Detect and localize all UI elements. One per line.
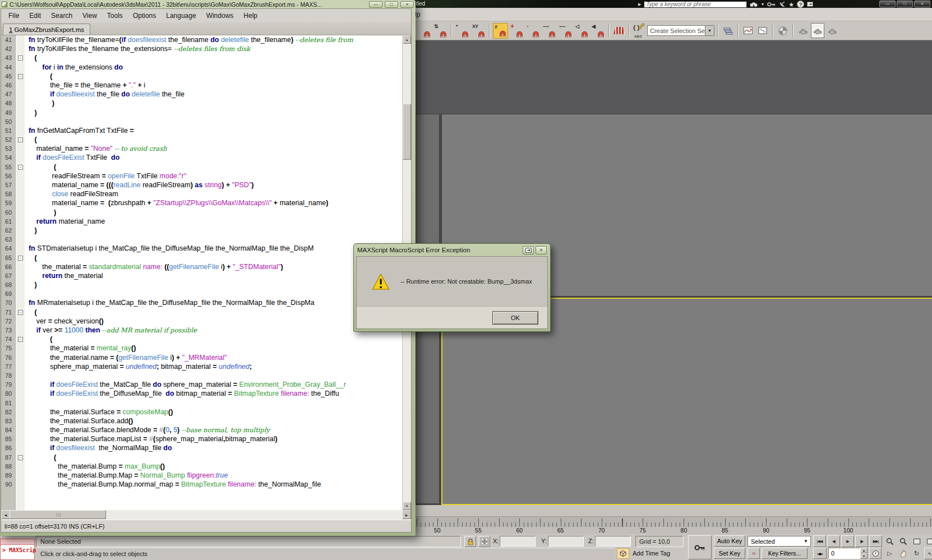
favorites-star-icon[interactable]: ★ (788, 2, 794, 7)
pivot-point-snap-button[interactable]: + (509, 23, 524, 39)
snaps-toggle-magnet-button[interactable] (417, 23, 432, 39)
set-keys-button[interactable] (688, 535, 712, 559)
set-key-button[interactable]: Set Key (714, 548, 745, 559)
tab-gomaxzbrushexport[interactable]: 1 GoMaxZbrushExport.ms (3, 24, 90, 35)
editor-menu-edit[interactable]: Edit (24, 12, 46, 20)
zoom-button[interactable] (884, 535, 896, 547)
ok-button[interactable]: OK (492, 311, 538, 325)
pan-button[interactable] (897, 548, 909, 559)
editor-menu-options[interactable]: Options (128, 12, 161, 20)
editor-menu-windows[interactable]: Windows (201, 12, 239, 20)
y-coordinate-field[interactable] (548, 536, 584, 547)
key-mode-toggle-button[interactable]: |◀▶| (813, 548, 827, 559)
horizontal-scrollbar[interactable]: ◀ ▶ (1, 510, 411, 520)
editor-titlebar[interactable]: C:\Users\Wolfsoull\AppData\Local\Autodes… (0, 0, 416, 8)
zoom-all-button[interactable] (897, 535, 909, 547)
x-coordinate-field[interactable] (500, 536, 536, 547)
go-to-start-button[interactable]: |◀◀ (813, 535, 826, 547)
time-tag-cube-icon[interactable] (617, 548, 629, 559)
next-frame-button[interactable]: |▶ (855, 535, 868, 547)
keyword-search-input[interactable] (644, 1, 747, 8)
default-in-out-tangents-button[interactable]: ≈ (748, 548, 760, 559)
zoom-extents-button[interactable] (911, 535, 922, 547)
communication-center-icon[interactable] (779, 1, 786, 8)
vertex-snap-button[interactable]: ▫ (525, 23, 541, 39)
code-area[interactable]: 41 fn tryToKillFile the_filename=(if doe… (1, 35, 411, 510)
search-dropdown-icon[interactable]: ▼ (760, 1, 764, 8)
fold-collapse-icon[interactable]: − (18, 455, 23, 460)
editor-minimize-icon[interactable]: — (369, 1, 382, 8)
chevron-down-icon[interactable]: ▼ (804, 539, 810, 544)
key-filters-button[interactable]: Key Filters... (762, 548, 808, 559)
layer-manager-button[interactable] (721, 23, 735, 38)
search-binoculars-icon[interactable] (750, 1, 758, 8)
add-time-tag-label[interactable]: Add Time Tag (633, 550, 670, 557)
maximize-viewport-toggle[interactable]: ↖ (924, 548, 932, 559)
help-icon[interactable]: ? (797, 1, 804, 8)
fold-collapse-icon[interactable]: − (18, 55, 23, 61)
transform-typein-mode-button[interactable] (478, 536, 490, 547)
scroll-up-icon[interactable]: ▲ (403, 35, 411, 44)
scroll-right-icon[interactable]: ▶ (402, 510, 411, 519)
named-selection-sets-button[interactable]: { }ABC (633, 23, 646, 38)
max-minimize-icon[interactable]: — (879, 1, 896, 7)
editor-maximize-icon[interactable]: □ (385, 1, 398, 8)
vertical-scroll-thumb[interactable] (403, 104, 411, 160)
editor-close-icon[interactable]: × (400, 1, 414, 8)
key-selection-dropdown[interactable]: Selected▼ (748, 536, 811, 547)
midpoint-snap-button[interactable]: ▫— (558, 23, 573, 39)
auto-key-button[interactable]: Auto Key (714, 535, 745, 547)
dialog-open-listener-icon[interactable] (523, 246, 534, 254)
editor-menu-tools[interactable]: Tools (102, 12, 128, 20)
subscription-key-icon[interactable] (767, 1, 776, 8)
time-slider-ruler[interactable] (412, 517, 932, 527)
previous-frame-button[interactable]: ◀| (827, 535, 840, 547)
editor-menu-language[interactable]: Language (161, 12, 201, 20)
chevron-down-icon[interactable]: ▼ (705, 26, 714, 35)
dialog-titlebar[interactable]: MAXScript MacroScript Error Exception × (354, 244, 550, 256)
spinner-up-icon[interactable]: ▲ (860, 548, 868, 553)
curve-editor-button[interactable] (741, 23, 755, 38)
axis-constraint-xy-button[interactable]: XY (471, 23, 486, 39)
maxscript-mini-listener[interactable]: > MAXScript (0, 539, 35, 560)
spinner-snap-button[interactable]: ⇅ (433, 23, 448, 39)
dialog-close-icon[interactable]: × (536, 246, 547, 254)
editor-menu-search[interactable]: Search (46, 12, 77, 20)
edge-snap-button[interactable]: ◁ (574, 23, 589, 39)
rendered-frame-window-button[interactable] (811, 23, 824, 38)
spinner-down-icon[interactable]: ▼ (860, 553, 868, 559)
endpoint-snap-button[interactable]: —▫ (542, 23, 557, 39)
current-frame-field[interactable]: 0 (828, 548, 860, 559)
zoom-extents-all-button[interactable] (924, 535, 932, 547)
search-expand-icon[interactable]: ▶ (638, 2, 641, 7)
frame-spinner[interactable]: ▲ ▼ (860, 548, 868, 559)
render-setup-button[interactable] (796, 23, 810, 38)
named-selection-set-dropdown[interactable]: Create Selection Se ▼ (647, 25, 714, 36)
scroll-down-icon[interactable]: ▼ (403, 502, 411, 510)
fold-collapse-icon[interactable]: − (18, 74, 23, 79)
time-configuration-button[interactable] (869, 548, 882, 559)
selection-lock-button[interactable] (464, 536, 476, 547)
z-coordinate-field[interactable] (595, 536, 631, 547)
field-of-view-button[interactable]: ▷ (884, 548, 896, 559)
fold-collapse-icon[interactable]: − (18, 137, 23, 142)
schematic-view-button[interactable] (756, 23, 769, 38)
infocenter-panel-icon[interactable] (807, 1, 813, 8)
fold-collapse-icon[interactable]: − (18, 256, 23, 261)
fold-collapse-icon[interactable]: − (18, 165, 23, 170)
max-menu-help-fragment[interactable]: lp (415, 11, 420, 18)
render-production-button[interactable] (825, 23, 839, 38)
mirror-tool-button[interactable]: ↑ (612, 23, 626, 38)
max-maximize-icon[interactable]: □ (897, 1, 913, 7)
grid-point-snap-button[interactable]: # (493, 23, 508, 39)
material-editor-button[interactable] (776, 23, 790, 38)
go-to-end-button[interactable]: ▶▶| (869, 535, 882, 547)
fold-collapse-icon[interactable]: − (18, 337, 23, 342)
horizontal-scroll-thumb[interactable] (10, 510, 106, 519)
fold-collapse-icon[interactable]: − (18, 310, 23, 315)
scroll-left-icon[interactable]: ◀ (1, 510, 10, 519)
editor-menu-help[interactable]: Help (238, 12, 262, 20)
play-button[interactable]: ▶ (841, 535, 854, 547)
face-snap-button[interactable]: ◀ (590, 23, 606, 39)
snap-frozen-button[interactable]: * (455, 23, 470, 39)
